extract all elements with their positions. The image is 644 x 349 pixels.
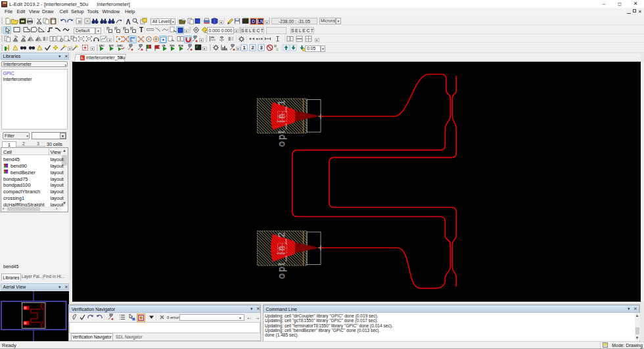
svg-text:opt_in_2: opt_in_2 — [276, 231, 287, 279]
svg-text:3: 3 — [260, 45, 262, 51]
svg-text:RVE: RVE — [178, 45, 183, 47]
svg-text:DRC: DRC — [118, 44, 124, 47]
svg-text:DRC: DRC — [99, 45, 104, 47]
svg-text:Λ: Λ — [126, 18, 131, 25]
svg-text:P: P — [114, 26, 118, 31]
svg-text:opt_in_1: opt_in_1 — [276, 99, 287, 147]
svg-text:P: P — [130, 26, 133, 31]
svg-text:G: G — [276, 48, 279, 51]
svg-text:P: P — [123, 26, 126, 31]
svg-text:1: 1 — [242, 45, 245, 51]
svg-text:T: T — [139, 26, 143, 34]
svg-text:PEX: PEX — [170, 45, 175, 47]
svg-text:2: 2 — [251, 45, 254, 51]
svg-text:P: P — [106, 26, 110, 31]
svg-text:VB: VB — [162, 45, 165, 47]
svg-text:EXT: EXT — [109, 45, 114, 47]
svg-text:D: D — [252, 19, 255, 24]
svg-text:LN: LN — [258, 19, 264, 24]
